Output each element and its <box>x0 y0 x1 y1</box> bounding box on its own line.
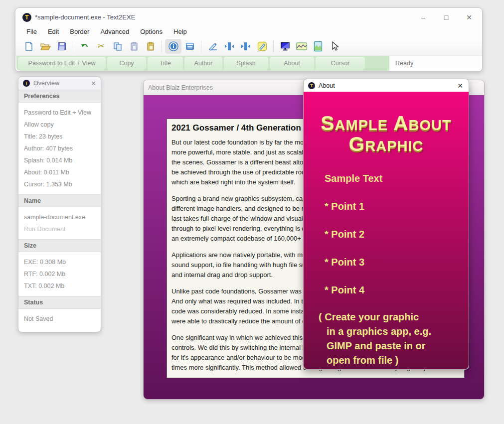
overview-section-preferences: Preferences Password to Edit + ViewAllow… <box>18 90 101 194</box>
overview-item[interactable]: Title: 23 bytes <box>18 131 101 142</box>
app-logo-icon: T <box>23 80 30 87</box>
overview-item[interactable]: Password to Edit + View <box>18 107 101 119</box>
main-titlebar[interactable]: T *sample-document.exe - Text2EXE – □ ✕ <box>15 8 482 26</box>
about-point: * Point 2 <box>325 229 469 240</box>
status-text: Ready <box>389 56 413 71</box>
maximize-button[interactable]: □ <box>442 13 450 21</box>
cursor-icon[interactable] <box>326 39 342 54</box>
about-graphic: Sample About Graphic Sample Text * Point… <box>304 92 469 369</box>
app-logo-icon: T <box>22 13 31 22</box>
tab-button[interactable]: Title <box>148 57 183 70</box>
graphic-title-line1: Sample About <box>304 113 469 134</box>
save-icon[interactable] <box>53 39 70 54</box>
toolbar-separator <box>201 40 201 52</box>
info-icon[interactable] <box>165 39 181 54</box>
toolbar-separator <box>73 40 73 52</box>
monitor-icon[interactable] <box>277 39 293 54</box>
toolbar-separator <box>273 40 274 52</box>
tab-button[interactable]: About <box>270 57 314 70</box>
about-note-line: ( Create your graphic <box>319 310 469 324</box>
section-header: Status <box>18 296 101 309</box>
tab-row: Password to Edit + ViewCopyTitleAuthorSp… <box>15 55 482 71</box>
main-window: T *sample-document.exe - Text2EXE – □ ✕ … <box>15 7 483 72</box>
open-file-icon[interactable] <box>37 39 53 54</box>
collapse-width-icon[interactable] <box>221 39 237 54</box>
about-close-icon[interactable]: ✕ <box>457 82 463 90</box>
menu-item[interactable]: Advanced <box>95 28 135 35</box>
menu-item[interactable]: Border <box>64 28 95 35</box>
overview-item[interactable]: Run Document <box>18 223 101 235</box>
tab-strip: Password to Edit + ViewCopyTitleAuthorSp… <box>16 56 389 71</box>
overview-item[interactable]: RTF: 0.002 Mb <box>18 268 101 280</box>
about-window-title: About <box>319 82 335 89</box>
overview-panel: T Overview ✕ Preferences Password to Edi… <box>18 76 101 332</box>
overview-item[interactable]: Author: 407 bytes <box>18 142 101 154</box>
menu-item[interactable]: Edit <box>42 28 64 35</box>
about-note-line: open from file ) <box>327 354 469 367</box>
draw-line-icon[interactable] <box>204 39 221 54</box>
about-image-icon[interactable] <box>310 39 326 54</box>
menu-item[interactable]: File <box>26 28 42 35</box>
overview-section-size: Size EXE: 0.308 MbRTF: 0.002 MbTXT: 0.00… <box>18 239 101 296</box>
overview-title: Overview <box>33 80 59 87</box>
window-title: *sample-document.exe - Text2EXE <box>35 13 135 21</box>
overview-section-status: Status Not Saved <box>18 296 101 329</box>
menu-item[interactable]: Help <box>168 28 192 35</box>
cut-icon[interactable]: ✂ <box>93 39 109 54</box>
expand-width-icon[interactable] <box>237 39 254 54</box>
about-sample-text: Sample Text <box>325 173 469 184</box>
minimize-button[interactable]: – <box>419 13 427 21</box>
edit-icon[interactable] <box>254 39 270 54</box>
tab-button[interactable]: Password to Edit + View <box>18 57 106 70</box>
summary-icon[interactable] <box>181 39 198 54</box>
tab-button[interactable]: Copy <box>107 57 146 70</box>
about-point: * Point 1 <box>325 201 469 212</box>
graphic-title-line2: Graphic <box>304 134 469 154</box>
overview-titlebar[interactable]: T Overview ✕ <box>18 77 101 90</box>
splash-image-icon[interactable] <box>293 39 310 54</box>
copy-icon[interactable] <box>109 39 126 54</box>
overview-item[interactable]: About: 0.011 Mb <box>18 166 101 178</box>
app-logo-icon: T <box>308 82 315 89</box>
overview-close-icon[interactable]: ✕ <box>91 80 96 87</box>
paste-icon[interactable] <box>126 39 142 54</box>
new-document-icon[interactable] <box>20 39 37 54</box>
about-graphic-title: Sample About Graphic <box>304 113 469 154</box>
tab-button[interactable]: Author <box>184 57 222 70</box>
overview-item[interactable]: sample-document.exe <box>18 211 101 223</box>
blaiz-window-title: About Blaiz Enterprises <box>148 84 213 91</box>
overview-item[interactable]: Not Saved <box>18 313 101 325</box>
section-header: Size <box>18 239 101 252</box>
section-header: Preferences <box>18 90 101 103</box>
toolbar-separator <box>162 40 162 52</box>
overview-item[interactable]: Allow copy <box>18 119 101 131</box>
menubar: FileEditBorderAdvancedOptionsHelp <box>15 26 482 37</box>
section-header: Name <box>18 194 101 207</box>
overview-section-name: Name sample-document.exeRun Document <box>18 194 101 239</box>
about-window: T About ✕ Sample About Graphic Sample Te… <box>303 79 469 370</box>
overview-item[interactable]: Splash: 0.014 Mb <box>18 154 101 166</box>
about-point: * Point 4 <box>325 284 469 296</box>
overview-item[interactable]: EXE: 0.308 Mb <box>18 256 101 268</box>
overview-item[interactable]: Cursor: 1.353 Mb <box>18 178 101 190</box>
about-titlebar[interactable]: T About ✕ <box>304 79 469 92</box>
about-note-line: GIMP and paste in or <box>327 339 469 353</box>
tab-button[interactable]: Cursor <box>316 57 365 70</box>
toolbar: ✂ <box>15 37 482 55</box>
about-note-line: in a graphics app, e.g. <box>327 325 469 338</box>
menu-item[interactable]: Options <box>135 28 168 35</box>
close-button[interactable]: ✕ <box>465 13 473 21</box>
paste-text-icon[interactable] <box>142 39 159 54</box>
undo-icon[interactable] <box>76 39 93 54</box>
tab-button[interactable]: Splash <box>224 57 268 70</box>
about-point: * Point 3 <box>325 257 469 268</box>
overview-item[interactable]: TXT: 0.002 Mb <box>18 280 101 292</box>
